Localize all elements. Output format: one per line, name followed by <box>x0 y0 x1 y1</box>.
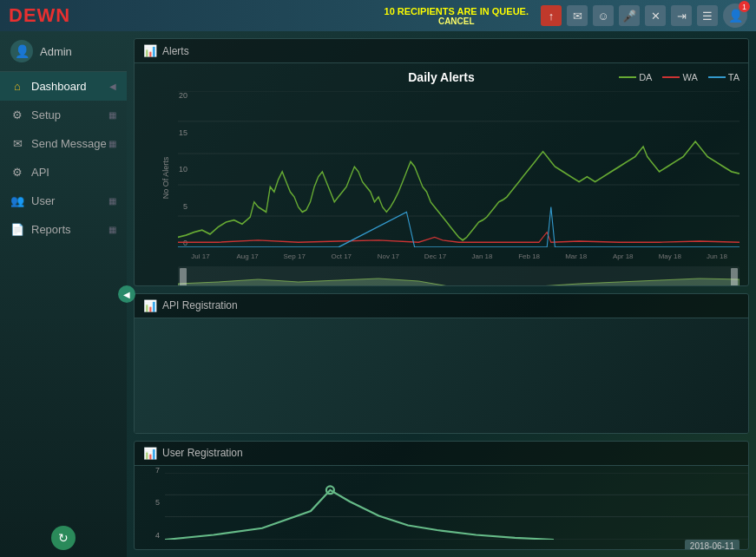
alerts-chart-area: Daily Alerts DA WA TA <box>135 63 748 286</box>
api-chart-icon: 📊 <box>143 299 157 312</box>
alerts-chart-legend: DA WA TA <box>619 72 740 82</box>
mic-icon-btn[interactable]: 🎤 <box>619 5 640 26</box>
alerts-panel: 📊 Alerts Daily Alerts DA WA <box>134 38 749 286</box>
range-svg <box>178 266 740 286</box>
content-area: 📊 Alerts Daily Alerts DA WA <box>127 31 756 557</box>
reports-icon: 📄 <box>10 223 24 236</box>
user-yaxis-5: 5 <box>155 498 160 507</box>
range-selector[interactable] <box>178 266 740 286</box>
alerts-chart-container: No Of Alerts 20 15 10 5 0 <box>143 91 740 265</box>
topbar: DEWN 10 RECIPIENTS ARE IN QUEUE. CANCEL … <box>0 0 756 31</box>
user-reg-panel-header: 📊 User Registration <box>135 442 748 466</box>
refresh-button[interactable]: ↻ <box>51 526 76 550</box>
user-reg-panel-title: User Registration <box>162 447 243 459</box>
sidebar-item-reports[interactable]: 📄 Reports ▦ <box>0 215 127 244</box>
alerts-panel-header: 📊 Alerts <box>135 39 748 63</box>
user-yaxis-4: 4 <box>155 531 160 540</box>
user-reg-line <box>165 490 554 540</box>
sidebar-item-api[interactable]: ⚙ API <box>0 158 127 187</box>
settings-icon-btn[interactable]: ✕ <box>645 5 666 26</box>
api-panel-title: API Registration <box>162 299 238 311</box>
expand-icon-reports: ▦ <box>108 225 116 234</box>
alerts-panel-title: Alerts <box>162 45 189 57</box>
user-reg-svg <box>165 473 748 540</box>
sidebar-item-dashboard[interactable]: ⌂ Dashboard ◀ <box>0 72 127 101</box>
user-avatar[interactable]: 👤 1 <box>723 3 747 28</box>
user-reg-chart-icon: 📊 <box>143 447 157 460</box>
legend-ta: TA <box>708 72 740 82</box>
logo: DEWN <box>9 4 70 27</box>
expand-icon-send: ▦ <box>108 139 116 148</box>
collapse-icon: ◀ <box>109 82 116 91</box>
sidebar: 👤 Admin ⌂ Dashboard ◀ ⚙ Setup ▦ ✉ Send M… <box>0 31 127 557</box>
setup-icon: ⚙ <box>10 108 24 121</box>
legend-wa-label: WA <box>682 72 697 82</box>
legend-da: DA <box>619 72 652 82</box>
api-icon: ⚙ <box>10 166 24 179</box>
export-icon-btn[interactable]: ⇥ <box>671 5 692 26</box>
upload-icon-btn[interactable]: ↑ <box>541 5 562 26</box>
smiley-icon-btn[interactable]: ☺ <box>593 5 614 26</box>
expand-icon-user: ▦ <box>108 196 116 206</box>
sidebar-label-dashboard: Dashboard <box>31 80 87 93</box>
email-icon-btn[interactable]: ✉ <box>567 5 588 26</box>
send-message-icon: ✉ <box>10 137 24 150</box>
date-badge: 2018-06-11 <box>685 540 740 550</box>
sidebar-label-setup: Setup <box>31 108 61 121</box>
notification-badge: 1 <box>739 1 750 12</box>
api-panel-header: 📊 API Registration <box>135 294 748 318</box>
user-reg-chart-area: 7 5 4 2018-06-11 <box>135 466 748 550</box>
sidebar-toggle[interactable]: ◀ <box>118 285 135 303</box>
sidebar-item-setup[interactable]: ⚙ Setup ▦ <box>0 101 127 129</box>
legend-ta-label: TA <box>728 72 740 82</box>
sidebar-item-send-message[interactable]: ✉ Send Message ▦ <box>0 129 127 158</box>
sidebar-label-user: User <box>31 194 55 207</box>
range-handle-left[interactable] <box>180 268 187 286</box>
sidebar-item-user[interactable]: 👥 User ▦ <box>0 187 127 215</box>
sidebar-label-send-message: Send Message <box>31 137 107 150</box>
user-yaxis-7: 7 <box>155 466 160 475</box>
api-registration-panel: 📊 API Registration <box>134 293 749 434</box>
cancel-link[interactable]: CANCEL <box>385 16 529 26</box>
legend-da-label: DA <box>639 72 652 82</box>
legend-ta-line <box>708 76 726 78</box>
alerts-chart-icon: 📊 <box>143 44 157 57</box>
xaxis-container: Jul 17 Aug 17 Sep 17 Oct 17 Nov 17 Dec 1… <box>178 247 740 265</box>
queue-message: 10 RECIPIENTS ARE IN QUEUE. CANCEL <box>385 6 529 26</box>
legend-wa: WA <box>662 72 697 82</box>
expand-icon-setup: ▦ <box>108 110 116 120</box>
da-line <box>178 141 740 240</box>
user-registration-panel: 📊 User Registration 7 5 4 <box>134 441 749 550</box>
api-panel-body <box>135 318 748 434</box>
menu-icon-btn[interactable]: ☰ <box>697 5 718 26</box>
range-handle-right[interactable] <box>731 268 738 286</box>
legend-wa-line <box>662 76 680 78</box>
sidebar-label-api: API <box>31 166 49 179</box>
sidebar-label-reports: Reports <box>31 223 71 236</box>
user-icon: 👥 <box>10 194 24 207</box>
main-layout: 👤 Admin ⌂ Dashboard ◀ ⚙ Setup ▦ ✉ Send M… <box>0 31 756 557</box>
legend-da-line <box>619 76 636 78</box>
user-reg-yaxis: 7 5 4 <box>141 466 163 540</box>
sidebar-user-icon: 👤 <box>10 40 33 62</box>
sidebar-user: 👤 Admin <box>0 31 127 72</box>
sidebar-user-name: Admin <box>40 45 72 58</box>
alerts-svg-chart <box>178 91 740 247</box>
dashboard-icon: ⌂ <box>10 80 24 93</box>
ta-line <box>178 207 740 247</box>
